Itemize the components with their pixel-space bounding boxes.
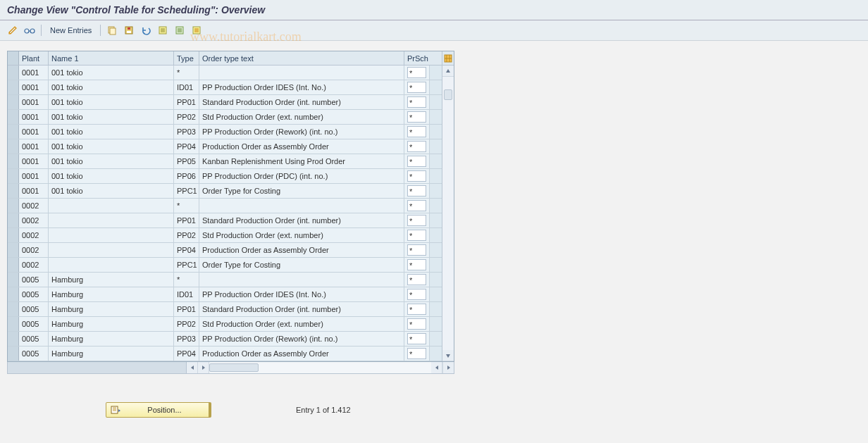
cell-type[interactable]: * xyxy=(174,199,199,213)
table-row[interactable]: 0005HamburgPP04Production Order as Assem… xyxy=(8,347,442,361)
cell-type[interactable]: PP02 xyxy=(174,228,199,242)
cell-plant[interactable]: 0002 xyxy=(19,199,49,213)
row-selector[interactable] xyxy=(8,258,19,272)
table-row[interactable]: 0001001 tokioPP06PP Production Order (PD… xyxy=(8,169,442,184)
table-row[interactable]: 0005Hamburg** xyxy=(8,273,442,287)
select-all-icon[interactable] xyxy=(156,23,170,37)
cell-prsch[interactable]: * xyxy=(404,154,430,168)
cell-prsch[interactable]: * xyxy=(404,95,430,109)
cell-plant[interactable]: 0005 xyxy=(19,302,49,316)
cell-type[interactable]: PP01 xyxy=(174,95,199,109)
new-entries-button[interactable]: New Entries xyxy=(46,25,96,36)
table-row[interactable]: 0001001 tokioPP04Production Order as Ass… xyxy=(8,139,442,154)
cell-plant[interactable]: 0001 xyxy=(19,95,49,109)
cell-plant[interactable]: 0001 xyxy=(19,154,49,168)
cell-prsch[interactable]: * xyxy=(404,184,430,198)
row-selector[interactable] xyxy=(8,184,19,198)
cell-prsch[interactable]: * xyxy=(404,258,430,272)
cell-type[interactable]: PPC1 xyxy=(174,258,199,272)
position-button[interactable]: Position... xyxy=(106,402,211,418)
table-row[interactable]: 0002PP04Production Order as Assembly Ord… xyxy=(8,243,442,258)
row-selector[interactable] xyxy=(8,243,19,257)
table-row[interactable]: 0002PP01Standard Production Order (int. … xyxy=(8,213,442,228)
cell-prsch[interactable]: * xyxy=(404,347,430,361)
cell-plant[interactable]: 0001 xyxy=(19,80,49,94)
table-row[interactable]: 0002** xyxy=(8,199,442,213)
cell-prsch[interactable]: * xyxy=(404,302,430,316)
cell-type[interactable]: PP02 xyxy=(174,110,199,124)
row-selector[interactable] xyxy=(8,154,19,168)
copy-icon[interactable] xyxy=(105,23,119,37)
cell-plant[interactable]: 0005 xyxy=(19,317,49,331)
cell-prsch[interactable]: * xyxy=(404,317,430,331)
table-row[interactable]: 0001001 tokioPPC1Order Type for Costing* xyxy=(8,184,442,199)
table-row[interactable]: 0001001 tokioPP03PP Production Order (Re… xyxy=(8,125,442,139)
table-row[interactable]: 0005HamburgPP02Std Production Order (ext… xyxy=(8,317,442,332)
cell-type[interactable]: PP04 xyxy=(174,243,199,257)
row-selector[interactable] xyxy=(8,317,19,331)
cell-plant[interactable]: 0005 xyxy=(19,273,49,287)
table-row[interactable]: 0002PPC1Order Type for Costing* xyxy=(8,258,442,273)
cell-type[interactable]: PP04 xyxy=(174,139,199,154)
row-selector[interactable] xyxy=(8,139,19,154)
cell-plant[interactable]: 0002 xyxy=(19,258,49,272)
cell-type[interactable]: * xyxy=(174,65,199,80)
cell-type[interactable]: PP03 xyxy=(174,125,199,139)
col-plant[interactable]: Plant xyxy=(19,51,49,65)
cell-type[interactable]: PP02 xyxy=(174,317,199,331)
cell-plant[interactable]: 0001 xyxy=(19,65,49,80)
row-selector[interactable] xyxy=(8,273,19,287)
cell-prsch[interactable]: * xyxy=(404,213,430,227)
cell-plant[interactable]: 0002 xyxy=(19,213,49,227)
col-prsch[interactable]: PrSch xyxy=(404,51,430,65)
cell-prsch[interactable]: * xyxy=(404,243,430,257)
cell-prsch[interactable]: * xyxy=(404,110,430,124)
cell-prsch[interactable]: * xyxy=(404,139,430,154)
cell-prsch[interactable]: * xyxy=(404,169,430,183)
cell-type[interactable]: ID01 xyxy=(174,80,199,94)
table-row[interactable]: 0001001 tokioID01PP Production Order IDE… xyxy=(8,80,442,95)
scroll-track[interactable] xyxy=(442,77,454,350)
row-selector[interactable] xyxy=(8,125,19,139)
cell-prsch[interactable]: * xyxy=(404,125,430,139)
deselect-all-icon[interactable] xyxy=(173,23,187,37)
row-selector[interactable] xyxy=(8,199,19,213)
table-row[interactable]: 0005HamburgPP01Standard Production Order… xyxy=(8,302,442,317)
cell-type[interactable]: PP06 xyxy=(174,169,199,183)
row-selector[interactable] xyxy=(8,213,19,227)
scroll-right2-icon[interactable] xyxy=(442,362,454,373)
row-selector[interactable] xyxy=(8,110,19,124)
cell-type[interactable]: PP05 xyxy=(174,154,199,168)
change-icon[interactable] xyxy=(6,23,20,37)
glasses-icon[interactable] xyxy=(23,23,37,37)
scroll-up-icon[interactable] xyxy=(442,65,454,77)
hscroll-track[interactable] xyxy=(209,362,431,373)
table-row[interactable]: 0001001 tokioPP01Standard Production Ord… xyxy=(8,95,442,110)
configure-table-icon[interactable] xyxy=(442,51,454,65)
row-selector[interactable] xyxy=(8,347,19,361)
cell-plant[interactable]: 0001 xyxy=(19,169,49,183)
scroll-right-icon[interactable] xyxy=(198,362,209,373)
row-selector[interactable] xyxy=(8,302,19,316)
cell-plant[interactable]: 0005 xyxy=(19,332,49,346)
table-row[interactable]: 0005HamburgID01PP Production Order IDES … xyxy=(8,287,442,302)
table-row[interactable]: 0001001 tokioPP05Kanban Replenishment Us… xyxy=(8,154,442,169)
col-order-type-text[interactable]: Order type text xyxy=(199,51,404,65)
cell-prsch[interactable]: * xyxy=(404,199,430,213)
table-row[interactable]: 0001001 tokioPP02Std Production Order (e… xyxy=(8,110,442,125)
horizontal-scrollbar[interactable] xyxy=(7,362,454,374)
undo-icon[interactable] xyxy=(139,23,153,37)
cell-plant[interactable]: 0001 xyxy=(19,125,49,139)
cell-plant[interactable]: 0001 xyxy=(19,184,49,198)
table-row[interactable]: 0001001 tokio** xyxy=(8,65,442,80)
cell-prsch[interactable]: * xyxy=(404,332,430,346)
table-row[interactable]: 0002PP02Std Production Order (ext. numbe… xyxy=(8,228,442,243)
cell-plant[interactable]: 0002 xyxy=(19,228,49,242)
save-icon[interactable] xyxy=(122,23,136,37)
cell-plant[interactable]: 0005 xyxy=(19,347,49,361)
table-row[interactable]: 0005HamburgPP03PP Production Order (Rewo… xyxy=(8,332,442,347)
cell-type[interactable]: ID01 xyxy=(174,287,199,301)
row-selector[interactable] xyxy=(8,80,19,94)
cell-prsch[interactable]: * xyxy=(404,287,430,301)
hscroll-thumb[interactable] xyxy=(209,363,259,372)
